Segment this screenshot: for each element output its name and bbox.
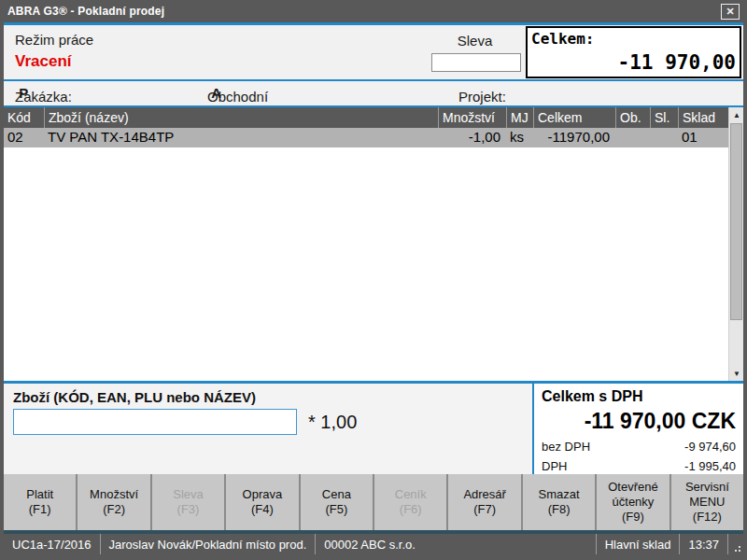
function-button-bar: Platit (F1) Množství (F2) Sleva (F3) Opr… (4, 474, 743, 530)
col-sl[interactable]: Sl. (650, 107, 678, 128)
status-warehouse: Hlavní sklad (597, 534, 681, 554)
cenik-button: Ceník (F6) (374, 474, 446, 530)
col-kod[interactable]: Kód (4, 107, 44, 128)
col-mnozstvi[interactable]: Množství (438, 107, 506, 128)
servisni-menu-button[interactable]: Servisní MENU (F12) (671, 474, 743, 530)
button-label: Sleva (173, 487, 204, 502)
items-table: Kód Zboží (název) Množství MJ Celkem Ob.… (4, 107, 743, 381)
app-window: ABRA G3® - Pokladní prodej ✕ Režim práce… (0, 0, 747, 560)
otevrene-uctenky-button[interactable]: Otevřené účtenky (F9) (597, 474, 669, 530)
cell-mnozstvi: -1,00 (438, 128, 506, 147)
table-header: Kód Zboží (název) Množství MJ Celkem Ob.… (4, 107, 728, 128)
scroll-down-icon[interactable]: ▼ (729, 366, 743, 381)
button-label: Oprava (243, 487, 283, 502)
button-label: Platit (26, 487, 53, 502)
total-value: -11 970,00 (618, 51, 736, 74)
item-entry-label: Zboží (KÓD, EAN, PLU nebo NÁZEV) (13, 389, 256, 405)
order-bar: Zakázka: P Obchodní případ: A Projekt: (4, 81, 743, 105)
discount-input[interactable] (431, 53, 521, 72)
table-row[interactable]: 02 TV PAN TX-14B4TP -1,00 ks -11970,00 0… (4, 128, 728, 147)
quantity-multiplier: * 1,00 (308, 412, 357, 433)
window-title: ABRA G3® - Pokladní prodej (7, 5, 721, 18)
button-key: (F2) (103, 502, 125, 517)
col-celkem[interactable]: Celkem (533, 107, 615, 128)
button-key: (F12) (693, 510, 722, 525)
button-label: Adresář (463, 487, 506, 502)
cell-ob (615, 128, 650, 147)
button-key: (F5) (325, 502, 347, 517)
sleva-button: Sleva (F3) (152, 474, 224, 530)
col-ob[interactable]: Ob. (615, 107, 650, 128)
button-label: Servisní MENU (673, 480, 741, 511)
scrollbar-thumb[interactable] (730, 123, 742, 320)
order-label: Zakázka: (15, 89, 72, 105)
mnozstvi-button[interactable]: Množství (F2) (78, 474, 149, 530)
button-key: (F4) (251, 502, 274, 517)
button-key: (F6) (400, 502, 422, 517)
totals-row-bez-dph: bez DPH -9 974,60 (542, 440, 736, 454)
status-user: Jaroslav Novák/Pokladní místo prod. (101, 534, 317, 554)
cell-celkem: -11970,00 (533, 128, 615, 147)
totals-grand-total: -11 970,00 CZK (542, 409, 736, 434)
work-mode-value: Vracení (15, 52, 72, 71)
button-label: Množství (90, 487, 138, 502)
cell-sklad: 01 (678, 128, 728, 147)
close-icon[interactable]: ✕ (721, 4, 740, 20)
cell-kod: 02 (4, 128, 44, 147)
item-entry-input[interactable] (13, 409, 297, 435)
col-sklad[interactable]: Sklad (678, 107, 728, 128)
platit-button[interactable]: Platit (F1) (4, 474, 76, 530)
item-entry-section: Zboží (KÓD, EAN, PLU nebo NÁZEV) * 1,00 (4, 384, 532, 474)
totals-section: Celkem s DPH -11 970,00 CZK bez DPH -9 9… (534, 384, 743, 474)
resize-grip-icon[interactable] (728, 534, 743, 554)
button-label: Cena (322, 487, 351, 502)
button-label: Otevřené účtenky (599, 480, 667, 511)
business-case-field: Obchodní případ: A (207, 85, 221, 101)
button-label: Smazat (539, 487, 580, 502)
dph-value: -1 995,40 (684, 459, 736, 473)
cell-sl (650, 128, 678, 147)
total-display: Celkem: -11 970,00 (526, 26, 741, 78)
button-key: (F8) (548, 502, 571, 517)
col-mj[interactable]: MJ (506, 107, 533, 128)
status-bar: UC1a-17/2016 Jaroslav Novák/Pokladní mís… (4, 534, 743, 554)
top-panel: Režim práce Vracení Sleva Celkem: -11 97… (4, 25, 743, 79)
window-bottom-edge (0, 554, 747, 560)
oprava-button[interactable]: Oprava (F4) (226, 474, 298, 530)
totals-title: Celkem s DPH (542, 388, 736, 405)
dph-label: DPH (542, 459, 567, 473)
discount-label: Sleva (430, 33, 520, 49)
project-label: Projekt: (458, 89, 506, 105)
adresar-button[interactable]: Adresář (F7) (448, 474, 520, 530)
total-label: Celkem: (531, 30, 594, 48)
totals-row-dph: DPH -1 995,40 (542, 459, 736, 473)
bez-dph-value: -9 974,60 (684, 440, 736, 454)
button-key: (F1) (29, 502, 51, 517)
button-key: (F7) (473, 502, 496, 517)
cell-nazev: TV PAN TX-14B4TP (44, 128, 438, 147)
cena-button[interactable]: Cena (F5) (301, 474, 373, 530)
cell-mj: ks (506, 128, 533, 147)
order-field: Zakázka: P (15, 85, 28, 101)
col-nazev[interactable]: Zboží (název) (44, 107, 438, 128)
smazat-button[interactable]: Smazat (F8) (523, 474, 595, 530)
status-time: 13:37 (680, 534, 728, 554)
title-bar: ABRA G3® - Pokladní prodej ✕ (0, 0, 747, 22)
button-label: Ceník (395, 487, 427, 502)
status-document: UC1a-17/2016 (4, 534, 101, 554)
status-company: 00002 ABC s.r.o. (316, 534, 596, 554)
scroll-up-icon[interactable]: ▲ (729, 107, 743, 122)
bottom-panel: Zboží (KÓD, EAN, PLU nebo NÁZEV) * 1,00 … (4, 384, 743, 474)
work-mode-label: Režim práce (15, 32, 93, 48)
project-field: Projekt: (458, 85, 462, 101)
bez-dph-label: bez DPH (542, 440, 590, 454)
button-key: (F9) (622, 510, 644, 525)
vertical-scrollbar[interactable]: ▲ ▼ (728, 107, 743, 381)
button-key: (F3) (177, 502, 200, 517)
